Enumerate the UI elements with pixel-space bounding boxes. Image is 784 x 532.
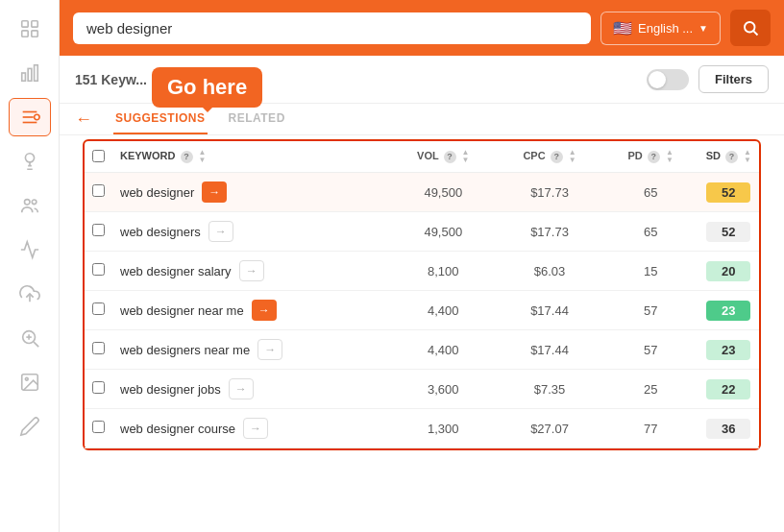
pd-sort[interactable]: ▲▼ [666,149,674,164]
pd-cell: 15 [603,252,698,291]
navigate-btn[interactable]: → [257,339,282,360]
keyword-count: 151 Keyw... [75,72,147,87]
sidebar-item-image[interactable] [9,363,51,401]
navigate-btn[interactable]: → [202,181,227,203]
keyword-sort[interactable]: ▲▼ [199,149,207,164]
table-row: web designer salary → 8,100 $6.03 15 20 [85,252,759,291]
sd-badge: 22 [706,379,750,399]
vol-cell: 4,400 [390,291,496,330]
svg-line-22 [753,31,757,35]
language-selector[interactable]: 🇺🇸 English ... ▼ [600,12,721,45]
cpc-cell: $17.44 [496,330,602,370]
keyword-cell: web designer → [112,173,390,212]
col-check [85,141,112,173]
sd-badge: 23 [706,301,750,321]
sidebar-item-analytics[interactable] [9,54,51,92]
filters-button[interactable]: Filters [698,65,769,93]
main-content: web designer 🇺🇸 English ... ▼ 151 Keyw..… [60,0,784,532]
sd-cell: 23 [698,291,759,330]
search-value: web designer [86,20,172,36]
svg-point-20 [25,377,28,380]
svg-rect-2 [21,31,27,36]
sd-cell: 22 [698,370,759,409]
toggle-knob [649,71,666,88]
sd-cell: 52 [698,173,759,212]
sd-badge: 23 [706,340,750,360]
sidebar-item-bulb[interactable] [9,142,51,181]
svg-point-13 [32,200,37,205]
sd-cell: 52 [698,212,759,252]
keyword-text: web designer [120,185,194,200]
keyword-cell: web designer salary → [112,252,390,291]
navigate-btn[interactable]: → [252,300,277,321]
navigate-btn[interactable]: → [229,378,254,399]
vol-info-icon[interactable]: ? [444,151,456,163]
row-checkbox-cell [85,291,112,330]
row-checkbox[interactable] [92,263,105,276]
tab-suggestions[interactable]: SUGGESTIONS [113,104,208,134]
svg-rect-4 [21,73,25,81]
sd-badge: 36 [706,419,750,439]
sidebar-item-keywords[interactable] [9,98,51,136]
cpc-info-icon[interactable]: ? [551,151,563,163]
toolbar-right: Filters [647,65,769,93]
cpc-sort[interactable]: ▲▼ [569,149,576,164]
row-checkbox[interactable] [92,302,105,315]
search-box[interactable]: web designer [73,12,591,44]
sidebar-item-search-settings[interactable] [9,319,51,357]
row-checkbox[interactable] [92,184,105,197]
cpc-cell: $17.73 [496,173,602,212]
search-button[interactable] [730,10,771,46]
sd-badge: 52 [706,182,750,203]
sidebar-item-users[interactable] [9,186,51,225]
sd-sort[interactable]: ▲▼ [744,149,751,164]
cpc-cell: $7.35 [496,370,602,409]
sidebar-item-upload[interactable] [9,275,51,313]
navigate-btn[interactable]: → [239,260,264,281]
sd-info-icon[interactable]: ? [725,151,738,163]
keyword-text: web designers [120,225,201,239]
vol-cell: 8,100 [390,252,496,291]
keyword-cell: web designer near me → [112,291,390,330]
table-container: KEYWORD ? ▲▼ VOL ? ▲▼ CPC ? ▲▼ [60,135,784,532]
select-all-checkbox[interactable] [92,150,105,162]
keyword-info-icon[interactable]: ? [181,151,193,163]
vol-cell: 3,600 [390,370,496,409]
header: web designer 🇺🇸 English ... ▼ [60,0,784,56]
keywords-table: KEYWORD ? ▲▼ VOL ? ▲▼ CPC ? ▲▼ [85,141,759,448]
vol-cell: 1,300 [390,409,496,448]
table-row: web designers near me → 4,400 $17.44 57 … [85,330,759,370]
row-checkbox[interactable] [92,421,105,433]
tabs-bar: ← SUGGESTIONS RELATED [60,104,784,135]
pd-cell: 65 [603,173,698,212]
toggle-switch[interactable] [647,69,689,90]
svg-point-9 [34,114,39,120]
row-checkbox[interactable] [92,224,105,236]
vol-sort[interactable]: ▲▼ [462,149,470,164]
cpc-cell: $17.73 [496,212,602,252]
row-checkbox[interactable] [92,381,105,394]
keyword-cell: web designer jobs → [112,370,390,409]
keyword-cell: web designers → [112,212,390,252]
pd-cell: 57 [603,330,698,370]
keyword-text: web designer salary [120,264,232,278]
vol-cell: 4,400 [390,330,496,370]
svg-rect-1 [31,21,37,27]
navigate-btn[interactable]: → [243,418,268,439]
tab-related[interactable]: RELATED [227,104,287,134]
svg-rect-0 [21,21,27,27]
keyword-cell: web designers near me → [112,330,390,370]
sidebar-item-edit[interactable] [9,407,51,446]
table-red-border: KEYWORD ? ▲▼ VOL ? ▲▼ CPC ? ▲▼ [83,139,761,450]
sd-cell: 20 [698,252,759,291]
keyword-text: web designers near me [120,343,250,357]
svg-point-21 [745,22,755,33]
row-checkbox[interactable] [92,342,105,354]
vol-cell: 49,500 [390,173,496,212]
pd-info-icon[interactable]: ? [648,151,660,163]
sidebar-item-dashboard[interactable] [9,10,51,48]
navigate-btn[interactable]: → [208,221,233,242]
row-checkbox-cell [85,370,112,409]
row-checkbox-cell [85,409,112,448]
sidebar-item-activity[interactable] [9,230,51,269]
